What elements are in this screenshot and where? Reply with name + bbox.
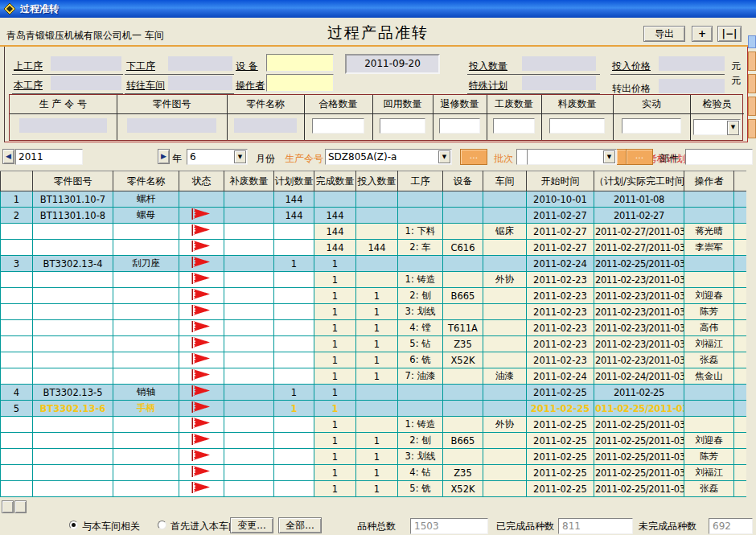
- entry-cell[interactable]: ▼: [690, 113, 744, 140]
- grid-row-sub[interactable]: 114: 镗T611A2011-02-232011-02-23/2011-03-…: [1, 320, 747, 336]
- all-button[interactable]: 全部...: [278, 517, 322, 533]
- inspector-combo[interactable]: ▼: [693, 119, 741, 135]
- status-cell: [179, 320, 224, 336]
- entry-cell[interactable]: [304, 113, 372, 140]
- assess-more-button[interactable]: ...: [626, 149, 653, 165]
- radio-first-enter[interactable]: [158, 521, 166, 529]
- grid-cell: [33, 288, 113, 304]
- grid-cell: [356, 256, 398, 272]
- chevron-down-icon[interactable]: ▼: [603, 150, 615, 163]
- grid-row-sub[interactable]: 114: 钻Z352011-02-252011-02-25/2011-03-16…: [1, 465, 747, 481]
- expand-all-button[interactable]: +: [692, 26, 713, 42]
- grid-row-sub[interactable]: 116: 铣X52K2011-02-232011-02-23/2011-03-1…: [1, 352, 747, 368]
- entry-input-field[interactable]: [439, 118, 480, 134]
- grid-row-sub[interactable]: 115: 铣X52K2011-02-252011-02-25/2011-03-1…: [1, 481, 747, 497]
- next-proc-label: 下工序: [126, 60, 155, 73]
- flag-icon: [191, 305, 212, 316]
- grid-row-main[interactable]: 4BT3302.13-5销轴112011-02-252011-02-25: [1, 385, 747, 401]
- entry-cell[interactable]: [433, 113, 487, 140]
- prev-record-button[interactable]: ◀: [2, 149, 14, 164]
- grid-row-main[interactable]: 3BT3302.13-4刮刀座112011-02-242011-02-25/20…: [1, 256, 747, 272]
- entry-input-field[interactable]: [312, 118, 365, 134]
- chevron-down-icon[interactable]: ▼: [438, 150, 450, 163]
- entry-input-field[interactable]: [549, 118, 605, 134]
- operator-input[interactable]: [266, 74, 334, 92]
- edge-button[interactable]: [748, 119, 756, 138]
- grid-row-sub[interactable]: 1441442: 车C6162011-02-272011-02-27/2011-…: [1, 240, 747, 256]
- chevron-down-icon[interactable]: ▼: [234, 150, 246, 163]
- grid-cell: [224, 208, 274, 224]
- entry-cell[interactable]: [487, 113, 541, 140]
- entry-cell[interactable]: [227, 113, 304, 140]
- equipment-input[interactable]: [266, 54, 334, 72]
- grid-cell: 2011-02-27: [527, 240, 594, 256]
- grid-row-sub[interactable]: 1441: 下料锯床2011-02-272011-02-27/2011-03-1…: [1, 224, 747, 240]
- grid-row-main[interactable]: 1BT11301.10-7螺杆1442010-10-012011-01-08: [1, 191, 747, 208]
- grid-cell: 2: 刨: [398, 433, 443, 449]
- assess-combo[interactable]: ▼: [527, 149, 617, 165]
- export-button[interactable]: 导出: [643, 26, 685, 42]
- edge-button[interactable]: [748, 35, 756, 48]
- entry-input-field[interactable]: [380, 118, 426, 134]
- grid-row-sub[interactable]: 112: 刨B6652011-02-252011-02-25/2011-03-1…: [1, 433, 747, 449]
- flag-icon: [191, 482, 212, 493]
- entry-col-header: 料废数量: [541, 95, 613, 113]
- grid-row-sub[interactable]: 113: 划线2011-02-232011-02-23/2011-03-16陈芳: [1, 304, 747, 320]
- change-button[interactable]: 变更...: [230, 517, 273, 533]
- grid-cell: [274, 465, 314, 481]
- to-shop-label: 转往车间: [126, 79, 165, 93]
- entry-cell[interactable]: [10, 113, 117, 140]
- grid-col-header: 车间: [483, 171, 527, 191]
- grid-nav-left-button[interactable]: [2, 500, 14, 513]
- grid-row-main[interactable]: 2BT11301.10-8螺母1441442011-02-272011-02-2…: [1, 208, 747, 224]
- grid-cell: 2011-02-25: [527, 481, 594, 497]
- grid-row-sub[interactable]: 117: 油漆油漆2011-02-242011-02-24/2011-03-19…: [1, 368, 747, 385]
- grid-cell: [483, 449, 527, 465]
- grid-cell: 1: [314, 272, 356, 288]
- edge-button[interactable]: [748, 51, 756, 71]
- grid-cell: [113, 272, 179, 288]
- month-combo[interactable]: 6▼: [187, 149, 248, 165]
- unit-label-1: 元: [731, 60, 741, 73]
- to-shop-field: [168, 76, 232, 90]
- grid-row-sub[interactable]: 11: 铸造外协2011-02-232011-02-23/2011-03-15: [1, 272, 747, 288]
- grid-cell: 1: [314, 288, 356, 304]
- entry-cell[interactable]: [613, 113, 690, 140]
- grid-cell: 2011-02-23: [527, 320, 594, 336]
- grid-row-sub[interactable]: 112: 刨B6652011-02-232011-02-23/2011-03-1…: [1, 288, 747, 304]
- grid-cell: [113, 240, 179, 256]
- edge-button[interactable]: [748, 74, 756, 93]
- grid-row-main[interactable]: 5BT3302.13-6手柄112011-02-25011-02-25/2011…: [1, 401, 747, 417]
- grid-cell: [224, 352, 274, 368]
- radio-related-shop[interactable]: [69, 521, 78, 529]
- grid-cell: 144: [314, 208, 356, 224]
- entry-table: 生 产 令 号零件图号零件名称合格数量回用数量退修数量工废数量料废数量实动检验员…: [9, 94, 743, 141]
- entry-cell[interactable]: [117, 113, 227, 140]
- status-cell: [179, 256, 224, 272]
- chevron-down-icon[interactable]: ▼: [727, 121, 739, 135]
- entry-col-header: 生 产 令 号: [10, 95, 117, 113]
- grid-nav-right-button[interactable]: [14, 500, 27, 513]
- order-more-button[interactable]: ...: [460, 149, 487, 165]
- entry-input-field[interactable]: [493, 118, 535, 134]
- entry-input-field[interactable]: [622, 118, 681, 134]
- grid-cell: [113, 433, 179, 449]
- grid-row-sub[interactable]: 115: 钻Z352011-02-232011-02-23/2011-03-16…: [1, 336, 747, 352]
- grid-cell: 1: [356, 368, 398, 385]
- grid-row-sub[interactable]: 11: 铸造外协2011-02-252011-02-25/2011-03-15: [1, 417, 747, 433]
- grid-cell: [356, 224, 398, 240]
- order-combo[interactable]: SDZ805A(Z)-a▼: [325, 149, 452, 165]
- entry-cell[interactable]: [372, 113, 433, 140]
- entry-col-header: 退修数量: [433, 95, 487, 113]
- grid-cell: BT11301.10-8: [33, 208, 113, 224]
- part-input[interactable]: [685, 149, 753, 165]
- entry-cell[interactable]: [541, 113, 613, 140]
- grid-col-header: 开始时间: [527, 171, 594, 191]
- grid-cell: 2011-02-25: [527, 433, 594, 449]
- year-input[interactable]: 2011: [15, 149, 83, 165]
- grid-row-sub[interactable]: 113: 划线2011-02-252011-02-25/2011-03-16陈芳: [1, 449, 747, 465]
- edge-button[interactable]: [748, 97, 756, 116]
- collapse-all-button[interactable]: |−|: [717, 26, 742, 42]
- next-record-button[interactable]: ▶: [158, 149, 170, 164]
- total-count-label: 品种总数: [357, 520, 396, 533]
